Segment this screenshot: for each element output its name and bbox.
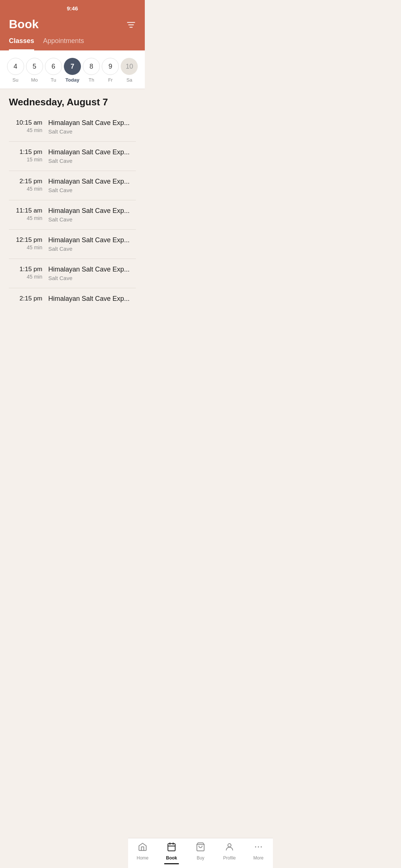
class-info-6: Himalayan Salt Cave Exp... xyxy=(48,295,136,304)
calendar-day-8[interactable]: 8 Th xyxy=(83,58,100,83)
day-number-4: 4 xyxy=(7,58,24,75)
class-name-4: Himalayan Salt Cave Exp... xyxy=(48,236,136,244)
status-bar: 9:46 xyxy=(0,0,145,11)
class-item-5[interactable]: 1:15 pm 45 min Himalayan Salt Cave Exp..… xyxy=(9,259,136,288)
class-info-3: Himalayan Salt Cave Exp... Salt Cave xyxy=(48,207,136,223)
class-location-2: Salt Cave xyxy=(48,187,136,193)
filter-button[interactable] xyxy=(126,20,136,32)
day-number-5: 5 xyxy=(26,58,43,75)
class-item-4[interactable]: 12:15 pm 45 min Himalayan Salt Cave Exp.… xyxy=(9,230,136,259)
class-duration-5: 45 min xyxy=(9,274,42,280)
class-time-0: 10:15 am 45 min xyxy=(9,119,42,133)
class-name-6: Himalayan Salt Cave Exp... xyxy=(48,295,136,303)
class-location-0: Salt Cave xyxy=(48,128,136,135)
class-item-2[interactable]: 2:15 pm 45 min Himalayan Salt Cave Exp..… xyxy=(9,171,136,200)
class-time-main-0: 10:15 am xyxy=(9,119,42,126)
header: Book xyxy=(0,11,145,37)
class-location-4: Salt Cave xyxy=(48,246,136,252)
calendar-day-10[interactable]: 10 Sa xyxy=(121,58,138,83)
day-label-6: Tu xyxy=(50,77,56,83)
class-time-main-5: 1:15 pm xyxy=(9,266,42,273)
tab-classes[interactable]: Classes xyxy=(9,37,34,50)
day-label-today: Today xyxy=(65,77,79,83)
calendar-day-5[interactable]: 5 Mo xyxy=(26,58,43,83)
day-number-6: 6 xyxy=(45,58,62,75)
day-number-8: 8 xyxy=(83,58,100,75)
calendar-day-9[interactable]: 9 Fr xyxy=(102,58,119,83)
class-duration-2: 45 min xyxy=(9,186,42,192)
class-time-main-6: 2:15 pm xyxy=(9,295,42,302)
class-time-2: 2:15 pm 45 min xyxy=(9,178,42,192)
class-name-2: Himalayan Salt Cave Exp... xyxy=(48,178,136,185)
class-location-3: Salt Cave xyxy=(48,216,136,223)
class-info-4: Himalayan Salt Cave Exp... Salt Cave xyxy=(48,236,136,252)
class-item-3[interactable]: 11:15 am 45 min Himalayan Salt Cave Exp.… xyxy=(9,200,136,230)
day-label-8: Th xyxy=(89,77,94,83)
class-time-6: 2:15 pm xyxy=(9,295,42,303)
day-label-5: Mo xyxy=(31,77,38,83)
class-time-3: 11:15 am 45 min xyxy=(9,207,42,221)
day-number-7: 7 xyxy=(64,58,81,75)
calendar-day-4[interactable]: 4 Su xyxy=(7,58,24,83)
day-label-9: Fr xyxy=(108,77,113,83)
classes-list: 10:15 am 45 min Himalayan Salt Cave Exp.… xyxy=(0,112,145,311)
calendar-strip: 4 Su 5 Mo 6 Tu 7 Today 8 Th 9 Fr xyxy=(0,50,145,89)
class-info-5: Himalayan Salt Cave Exp... Salt Cave xyxy=(48,266,136,281)
class-location-1: Salt Cave xyxy=(48,158,136,164)
class-duration-4: 45 min xyxy=(9,244,42,250)
class-location-5: Salt Cave xyxy=(48,275,136,281)
class-name-0: Himalayan Salt Cave Exp... xyxy=(48,119,136,127)
class-item-6[interactable]: 2:15 pm Himalayan Salt Cave Exp... xyxy=(9,288,136,311)
class-info-2: Himalayan Salt Cave Exp... Salt Cave xyxy=(48,178,136,193)
class-item-0[interactable]: 10:15 am 45 min Himalayan Salt Cave Exp.… xyxy=(9,112,136,142)
class-info-1: Himalayan Salt Cave Exp... Salt Cave xyxy=(48,148,136,164)
day-label-4: Su xyxy=(13,77,19,83)
day-number-9: 9 xyxy=(102,58,119,75)
class-time-1: 1:15 pm 15 min xyxy=(9,148,42,162)
calendar-day-7[interactable]: 7 Today xyxy=(64,58,81,83)
class-duration-1: 15 min xyxy=(9,157,42,162)
day-label-10: Sa xyxy=(126,77,132,83)
class-name-3: Himalayan Salt Cave Exp... xyxy=(48,207,136,215)
class-item-1[interactable]: 1:15 pm 15 min Himalayan Salt Cave Exp..… xyxy=(9,142,136,171)
time: 9:46 xyxy=(67,5,78,11)
class-time-main-1: 1:15 pm xyxy=(9,148,42,156)
page-title: Book xyxy=(9,14,39,37)
class-time-main-3: 11:15 am xyxy=(9,207,42,214)
class-duration-3: 45 min xyxy=(9,215,42,221)
class-time-5: 1:15 pm 45 min xyxy=(9,266,42,280)
class-time-main-2: 2:15 pm xyxy=(9,178,42,185)
class-name-1: Himalayan Salt Cave Exp... xyxy=(48,148,136,156)
tab-appointments[interactable]: Appointments xyxy=(43,37,84,50)
date-heading: Wednesday, August 7 xyxy=(0,89,145,112)
tabs-container: Classes Appointments xyxy=(0,37,145,50)
day-number-10: 10 xyxy=(121,58,138,75)
calendar-day-6[interactable]: 6 Tu xyxy=(45,58,62,83)
class-info-0: Himalayan Salt Cave Exp... Salt Cave xyxy=(48,119,136,135)
class-duration-0: 45 min xyxy=(9,127,42,133)
class-time-4: 12:15 pm 45 min xyxy=(9,236,42,250)
class-name-5: Himalayan Salt Cave Exp... xyxy=(48,266,136,273)
class-time-main-4: 12:15 pm xyxy=(9,236,42,244)
